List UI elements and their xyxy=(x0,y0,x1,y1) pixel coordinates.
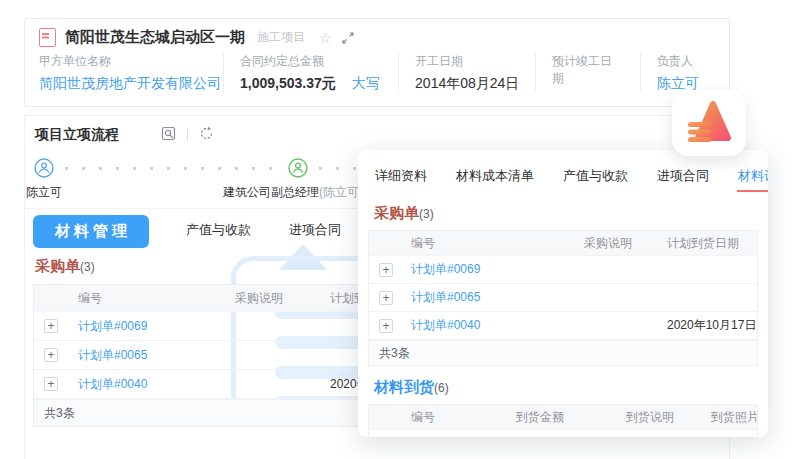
table-row: + 计划单#0065 xyxy=(369,284,757,312)
amount-in-words-link[interactable]: 大写 xyxy=(352,75,380,93)
field-value: 2014年08月24日 xyxy=(415,75,519,93)
field-planned-finish-date: 预计竣工日期 xyxy=(535,53,640,93)
flow-node-label: 建筑公司副总经理(陈立可) xyxy=(223,184,363,201)
field-label: 开工日期 xyxy=(415,53,519,70)
col-photo: 到货照片 xyxy=(703,409,757,426)
table-row: + 材料到货#0055 10,000.00 xyxy=(369,430,757,437)
plan-no-link[interactable]: 计划单#0069 xyxy=(403,261,576,278)
tab-details[interactable]: 详细资料 xyxy=(374,162,428,192)
field-label: 合同约定总金额 xyxy=(240,53,382,70)
field-start-date: 开工日期 2014年08月24日 xyxy=(398,53,535,93)
table-header: 编号 到货金额 到货说明 到货照片 xyxy=(369,405,757,430)
material-management-button[interactable]: 材料管理 xyxy=(33,215,149,248)
col-no: 编号 xyxy=(403,235,576,252)
contract-amount-value: 1,009,503.37元 xyxy=(240,75,336,93)
expand-row-button[interactable]: + xyxy=(44,348,58,362)
table-header: 编号 采购说明 计划到货日期 xyxy=(369,231,757,256)
project-type-badge: 施工项目 xyxy=(257,29,305,46)
tab-output-and-collection[interactable]: 产值与收款 xyxy=(562,162,629,192)
plan-no-link[interactable]: 计划单#0040 xyxy=(70,376,227,393)
expand-icon[interactable] xyxy=(342,32,354,44)
purchase-table: 编号 采购说明 计划到货日期 + 计划单#0069 + 计划单#0065 + 计… xyxy=(368,230,758,366)
col-no: 编号 xyxy=(70,290,227,307)
tab-material-cost-list[interactable]: 材料成本清单 xyxy=(455,162,535,192)
expand-row-button[interactable]: + xyxy=(379,291,393,305)
toolbar-divider xyxy=(187,129,188,141)
project-header-card: 简阳世茂生态城启动区一期 施工项目 ☆ 甲方单位名称 简阳世茂房地产开发有限公司… xyxy=(24,18,730,107)
favorite-star-icon[interactable]: ☆ xyxy=(319,31,332,45)
tab-incoming-contract[interactable]: 进项合同 xyxy=(288,215,342,247)
flow-section-title: 项目立项流程 xyxy=(35,126,119,144)
plan-no-link[interactable]: 计划单#0065 xyxy=(70,347,227,364)
tab-material-plan-arrival[interactable]: 材料计划/到货 xyxy=(737,162,768,192)
expand-row-button[interactable]: + xyxy=(379,319,393,333)
project-title: 简阳世茂生态城启动区一期 xyxy=(65,28,245,47)
flow-node-user-icon[interactable] xyxy=(34,158,54,178)
arrival-section-title: 材料到货 (6) xyxy=(368,366,758,397)
expand-row-button[interactable]: + xyxy=(44,319,58,333)
field-contract-amount: 合同约定总金额 1,009,503.37元 大写 xyxy=(223,53,398,93)
material-plan-overlay-panel: 详细资料 材料成本清单 产值与收款 进项合同 材料计划/到货 劳务工人 采购单 … xyxy=(358,150,768,437)
arrival-no-link[interactable]: 材料到货#0055 xyxy=(403,435,508,437)
plan-no-link[interactable]: 计划单#0040 xyxy=(403,317,576,334)
expand-row-button[interactable]: + xyxy=(44,377,58,391)
tab-output-and-collection[interactable]: 产值与收款 xyxy=(185,215,252,247)
app-logo-icon xyxy=(686,100,732,147)
expand-row-button[interactable]: + xyxy=(379,437,393,438)
col-desc: 采购说明 xyxy=(576,235,659,252)
field-owner-company: 甲方单位名称 简阳世茂房地产开发有限公司 xyxy=(39,53,223,93)
flow-preview-icon[interactable] xyxy=(161,126,176,144)
field-label: 预计竣工日期 xyxy=(552,53,624,87)
project-file-icon xyxy=(39,28,56,47)
flow-node-label: 陈立可 xyxy=(26,184,62,201)
field-owner-person: 负责人 陈立可 xyxy=(640,53,715,93)
overlay-tabs-row: 详细资料 材料成本清单 产值与收款 进项合同 材料计划/到货 劳务工人 xyxy=(368,160,758,192)
expand-row-button[interactable]: + xyxy=(379,263,393,277)
col-no: 编号 xyxy=(403,409,508,426)
plan-no-link[interactable]: 计划单#0069 xyxy=(70,318,227,335)
flow-connector-dots xyxy=(65,167,283,170)
purchase-section-title: 采购单 (3) xyxy=(368,192,758,223)
project-fields-row: 甲方单位名称 简阳世茂房地产开发有限公司 合同约定总金额 1,009,503.3… xyxy=(25,51,729,93)
project-title-row: 简阳世茂生态城启动区一期 施工项目 ☆ xyxy=(25,19,729,51)
col-desc: 采购说明 xyxy=(227,290,322,307)
field-label: 甲方单位名称 xyxy=(39,53,207,70)
table-row: + 计划单#0040 2020年10月17日 xyxy=(369,312,757,340)
table-row: + 计划单#0069 xyxy=(369,256,757,284)
flow-refresh-icon[interactable] xyxy=(199,126,214,144)
col-amount: 到货金额 xyxy=(508,409,618,426)
app-logo-card xyxy=(672,90,746,156)
tab-incoming-contract[interactable]: 进项合同 xyxy=(656,162,710,192)
table-footer-count: 共3条 xyxy=(369,340,757,365)
arrival-table: 编号 到货金额 到货说明 到货照片 + 材料到货#0055 10,000.00 xyxy=(368,404,758,437)
col-date: 计划到货日期 xyxy=(659,235,757,252)
field-value-link[interactable]: 简阳世茂房地产开发有限公司 xyxy=(39,75,207,93)
flow-node-manager-icon[interactable] xyxy=(288,158,308,178)
field-label: 负责人 xyxy=(657,53,699,70)
plan-no-link[interactable]: 计划单#0065 xyxy=(403,289,576,306)
col-desc: 到货说明 xyxy=(618,409,703,426)
